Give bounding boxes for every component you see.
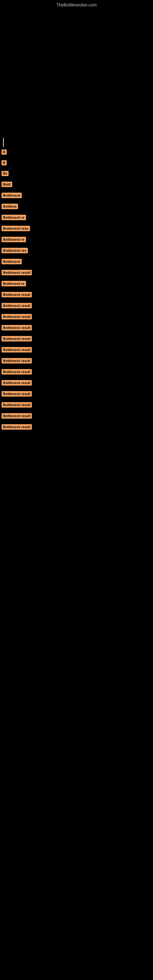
bottleneck-item: Bottleneck result <box>2 424 153 431</box>
bottleneck-item: Bottleneck <box>2 259 153 266</box>
bottleneck-item: Bottleneck resu <box>2 226 153 232</box>
site-title: TheBottlenecker.com <box>0 0 153 9</box>
bottleneck-item: Bottleneck result <box>2 391 153 398</box>
bottleneck-result-label: B <box>2 160 7 165</box>
bottleneck-item: Bottleneck result <box>2 270 153 277</box>
cursor-indicator <box>3 138 4 147</box>
bottleneck-item: Bottleneck result <box>2 402 153 409</box>
bottleneck-result-label: Bottleneck result <box>2 314 32 320</box>
bottleneck-result-label: Bottleneck result <box>2 402 32 407</box>
bottleneck-result-label: Bottleneck <box>2 192 22 198</box>
bottleneck-item: Bottleneck result <box>2 314 153 321</box>
bottleneck-result-label: Bottlene <box>2 204 18 209</box>
bottleneck-result-label: Bottleneck resu <box>2 226 30 231</box>
bottleneck-item: Bottleneck result <box>2 358 153 365</box>
bottleneck-result-label: Bottleneck result <box>2 369 32 375</box>
bottleneck-result-label: Bottleneck result <box>2 347 32 353</box>
page-container: TheBottlenecker.com BBBoBottlBottleneckB… <box>0 0 153 431</box>
bottleneck-item: Bottleneck result <box>2 303 153 310</box>
bottleneck-item: Bo <box>2 171 153 177</box>
bottleneck-result-label: Bottleneck result <box>2 303 32 309</box>
bottleneck-item: B <box>2 150 153 156</box>
bottleneck-result-label: Bottleneck result <box>2 413 32 418</box>
bottleneck-result-label: Bottleneck re <box>2 281 26 286</box>
bottleneck-item: Bottleneck re <box>2 281 153 288</box>
bottleneck-item: Bottleneck result <box>2 347 153 354</box>
bottleneck-result-label: Bottleneck result <box>2 292 32 298</box>
chart-area <box>0 9 153 143</box>
bottleneck-result-label: Bottleneck result <box>2 270 32 275</box>
bottleneck-item: B <box>2 160 153 167</box>
bottleneck-result-label: Bottleneck result <box>2 358 32 364</box>
bottleneck-item: Bottleneck result <box>2 380 153 387</box>
bottleneck-result-label: Bottleneck res <box>2 248 28 253</box>
bottleneck-result-label: Bottl <box>2 181 12 187</box>
bottleneck-items-container: BBBoBottlBottleneckBottleneBottleneck re… <box>0 143 153 431</box>
bottleneck-item: Bottleneck result <box>2 369 153 376</box>
bottleneck-item: Bottleneck re <box>2 215 153 221</box>
bottleneck-result-label: Bottleneck result <box>2 325 32 331</box>
bottleneck-result-label: Bottleneck re <box>2 237 26 242</box>
bottleneck-result-label: B <box>2 150 7 155</box>
bottleneck-result-label: Bottleneck result <box>2 391 32 396</box>
bottleneck-result-label: Bottleneck result <box>2 424 32 430</box>
bottleneck-result-label: Bo <box>2 171 9 176</box>
bottleneck-item: Bottleneck res <box>2 248 153 255</box>
bottleneck-result-label: Bottleneck re <box>2 215 26 220</box>
bottleneck-result-label: Bottleneck result <box>2 380 32 385</box>
bottleneck-item: Bottleneck result <box>2 336 153 343</box>
bottleneck-item: Bottleneck <box>2 192 153 199</box>
bottleneck-item: Bottleneck result <box>2 292 153 299</box>
bottleneck-item: Bottleneck result <box>2 413 153 420</box>
bottleneck-item: Bottl <box>2 181 153 188</box>
bottleneck-item: Bottleneck re <box>2 237 153 243</box>
bottleneck-item: Bottlene <box>2 204 153 210</box>
bottleneck-item: Bottleneck result <box>2 325 153 332</box>
bottleneck-result-label: Bottleneck result <box>2 336 32 342</box>
bottleneck-result-label: Bottleneck <box>2 259 22 264</box>
